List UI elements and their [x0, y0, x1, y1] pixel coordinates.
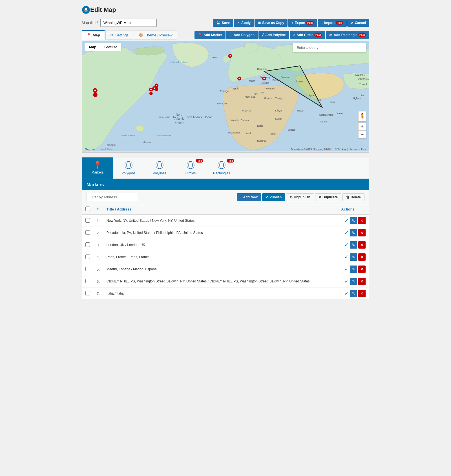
save-button[interactable]: 💾 Save	[213, 19, 233, 27]
publish-button[interactable]: ✓ Publish	[262, 193, 285, 201]
svg-text:Google: Google	[107, 143, 116, 146]
pegman-control[interactable]: 🧍	[358, 111, 366, 121]
row-num-4: 5.	[93, 263, 103, 275]
delete-button[interactable]: 🗑 Delete	[342, 193, 364, 201]
row-title-5: CIDNEY PHILLIPS, Washington Street, Bald…	[103, 275, 338, 288]
marker-london	[228, 54, 232, 58]
svg-text:Portugal: Portugal	[220, 90, 229, 93]
zoom-out-button[interactable]: −	[358, 130, 366, 138]
svg-text:North: North	[176, 113, 183, 116]
marker-tab-icon: 📍	[93, 161, 102, 170]
row-edit-button-2[interactable]: ✎	[350, 241, 357, 249]
map-search	[293, 43, 366, 52]
row-checkbox-2[interactable]	[85, 242, 90, 247]
export-button[interactable]: ↑ Export Paid	[288, 19, 317, 27]
row-num-6: 7.	[93, 288, 103, 300]
type-tab-markers[interactable]: 📍 Markers	[82, 157, 113, 179]
settings-tab-icon: ⚙	[110, 33, 114, 37]
col-actions: Actions	[338, 204, 369, 214]
svg-text:Tun.: Tun.	[253, 93, 258, 95]
map-title-group: Map title *	[82, 19, 157, 27]
row-edit-button-1[interactable]: ✎	[350, 229, 357, 236]
add-marker-button[interactable]: 📍 Add Marker	[194, 31, 226, 39]
add-polygon-button[interactable]: ⬡ Add Polygon	[226, 31, 258, 39]
row-checkbox-6[interactable]	[85, 291, 90, 295]
row-delete-button-4[interactable]: ✕	[358, 266, 366, 273]
apply-button[interactable]: ✓ Apply	[234, 19, 254, 27]
svg-text:Mauritania: Mauritania	[228, 131, 240, 134]
row-delete-button-1[interactable]: ✕	[358, 229, 366, 236]
row-num-5: 6.	[93, 275, 103, 288]
type-tab-polygons[interactable]: Polygons	[113, 157, 144, 179]
tab-settings[interactable]: ⚙ Settings	[105, 30, 133, 40]
marker-spain	[237, 77, 241, 81]
duplicate-button[interactable]: ⧉ Duplicate	[315, 193, 341, 201]
row-publish-icon-3[interactable]: ✓	[344, 254, 349, 260]
svg-text:Iran: Iran	[330, 101, 335, 104]
tab-bar: 📍 Map ⚙ Settings 🎨 Theme / Preview 📍 Add…	[82, 30, 369, 40]
row-publish-icon-6[interactable]: ✓	[344, 290, 349, 297]
add-polyline-button[interactable]: ╱ Add Polyline	[258, 31, 289, 39]
svg-text:Med. Sea: Med. Sea	[245, 95, 256, 98]
svg-text:Pa...: Pa...	[361, 94, 366, 97]
row-delete-button-6[interactable]: ✕	[358, 290, 366, 297]
map-view-satellite-btn[interactable]: Satellite	[100, 43, 121, 51]
type-tab-rectangles[interactable]: Paid Rectangles	[206, 157, 237, 179]
type-tab-polylines[interactable]: Polylines	[144, 157, 175, 179]
row-edit-button-4[interactable]: ✎	[350, 266, 357, 273]
row-edit-button-6[interactable]: ✎	[350, 290, 357, 297]
cancel-button[interactable]: ✕ Cancel	[347, 19, 369, 27]
add-circle-icon: ○	[293, 33, 295, 37]
row-publish-icon-4[interactable]: ✓	[344, 266, 349, 272]
row-delete-button-0[interactable]: ✕	[358, 217, 366, 224]
unpublish-button[interactable]: ⊘ Unpublish	[286, 193, 314, 201]
row-checkbox-1[interactable]	[85, 230, 90, 235]
add-rectangle-button[interactable]: ▭ Add Rectangle Paid	[326, 31, 369, 39]
polylines-globe-icon	[155, 161, 164, 171]
svg-text:Egypt: Egypt	[297, 109, 304, 112]
zoom-in-button[interactable]: +	[358, 122, 366, 130]
row-edit-button-3[interactable]: ✎	[350, 253, 357, 261]
select-all-checkbox[interactable]	[85, 207, 90, 211]
svg-text:Spain: Spain	[232, 87, 239, 90]
delete-trash-icon: 🗑	[346, 195, 350, 199]
row-checkbox-5[interactable]	[85, 279, 90, 283]
filter-input[interactable]	[87, 193, 137, 201]
row-publish-icon-0[interactable]: ✓	[344, 218, 349, 224]
map-title-input[interactable]	[100, 19, 157, 27]
row-title-6: Italia / Italia	[103, 288, 338, 300]
row-publish-icon-2[interactable]: ✓	[344, 242, 349, 248]
row-title-4: Madrid, España / Madrid, España	[103, 263, 338, 275]
row-publish-icon-1[interactable]: ✓	[344, 230, 349, 236]
import-button[interactable]: ↓ Import Paid	[318, 19, 346, 27]
tab-theme-label: Theme / Preview	[145, 33, 173, 37]
row-publish-icon-5[interactable]: ✓	[344, 278, 349, 284]
import-paid-badge: Paid	[336, 21, 343, 25]
row-checkbox-0[interactable]	[85, 218, 90, 223]
tab-map[interactable]: 📍 Map	[82, 30, 105, 40]
row-edit-button-5[interactable]: ✎	[350, 278, 357, 285]
tab-theme-preview[interactable]: 🎨 Theme / Preview	[134, 30, 177, 40]
table-row: 5. Madrid, España / Madrid, España ✓ ✎ ✕	[82, 263, 369, 275]
type-tab-circles[interactable]: Paid Circles	[175, 157, 206, 179]
save-copy-button[interactable]: ⊞ Save as Copy	[255, 19, 288, 27]
map-search-input[interactable]	[293, 43, 366, 52]
row-num-3: 4.	[93, 251, 103, 263]
svg-point-22	[238, 78, 240, 79]
map-view-map-btn[interactable]: Map	[85, 43, 100, 51]
table-row: 4. Paris, France / Paris, France ✓ ✎ ✕	[82, 251, 369, 263]
circle-paid-badge: Paid	[314, 33, 322, 37]
add-buttons: 📍 Add Marker ⬡ Add Polygon ╱ Add Polylin…	[194, 31, 369, 39]
map-container[interactable]: Map Satellite	[82, 40, 369, 153]
row-delete-button-2[interactable]: ✕	[358, 241, 366, 249]
add-new-marker-button[interactable]: + Add New	[237, 193, 261, 201]
svg-text:Libya: Libya	[275, 109, 282, 112]
svg-text:Sudan: Sudan	[288, 128, 295, 131]
row-checkbox-4[interactable]	[85, 267, 90, 271]
row-checkbox-3[interactable]	[85, 255, 90, 259]
row-edit-button-0[interactable]: ✎	[350, 217, 357, 224]
row-title-0: New York, NY, United States / New York, …	[103, 214, 338, 227]
add-circle-button[interactable]: ○ Add Circle Paid	[290, 31, 325, 39]
row-delete-button-5[interactable]: ✕	[358, 278, 366, 285]
row-delete-button-3[interactable]: ✕	[358, 253, 366, 261]
